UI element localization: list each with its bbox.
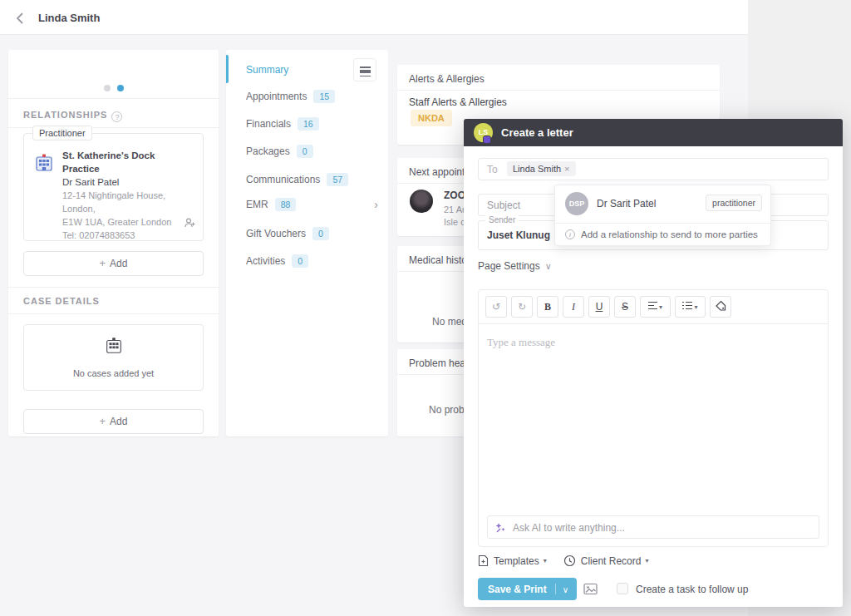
template-document-icon [478, 554, 489, 567]
templates-dropdown[interactable]: Templates ▾ [478, 554, 547, 567]
ai-placeholder: Ask AI to write anything... [513, 522, 625, 534]
count-badge: 57 [327, 173, 348, 186]
count-badge: 0 [292, 254, 308, 268]
nav-item-financials[interactable]: Financials 16 [246, 116, 378, 132]
sender-value: Juset Klunug [487, 229, 550, 241]
practitioner-details: St. Katherine's Dock Practice Dr Sarit P… [62, 149, 194, 242]
button-separator [555, 584, 556, 594]
tag-icon [715, 300, 726, 312]
practitioner-initials-avatar: DSP [565, 192, 588, 215]
insert-image-icon[interactable] [583, 583, 598, 599]
redo-icon: ↻ [518, 301, 526, 313]
ask-ai-input[interactable]: Ask AI to write anything... [487, 515, 819, 539]
subject-placeholder: Subject [487, 200, 520, 211]
dropdown-practitioner-name[interactable]: Dr Sarit Patel [597, 198, 656, 209]
list-icon [682, 302, 692, 310]
clinic-building-icon [33, 152, 55, 177]
practice-name: St. Katherine's Dock Practice [62, 149, 194, 175]
relationships-header: RELATIONSHIPS? [23, 110, 122, 122]
case-details-header: CASE DETAILS [23, 296, 100, 306]
practitioner-card[interactable]: Practitioner St. Katherine's Dock Practi… [23, 133, 204, 241]
card-title: Alerts & Allergies [409, 73, 485, 85]
address-line-1: 12-14 Nightingale House, London, [62, 189, 194, 215]
follow-up-task-checkbox[interactable] [617, 583, 628, 594]
underline-button[interactable]: U [588, 296, 610, 318]
editor-toolbar: ↺ ↻ B I U S ▾ ▾ [479, 290, 828, 324]
modal-header: LS Create a letter [464, 119, 843, 146]
divider [8, 287, 219, 288]
case-building-icon [104, 336, 124, 356]
caret-down-icon: ▾ [544, 557, 547, 564]
nkda-badge: NKDA [411, 110, 452, 126]
redo-button[interactable]: ↻ [511, 296, 533, 318]
add-case-button[interactable]: +Add [23, 409, 204, 434]
underline-icon: U [596, 301, 603, 313]
record-nav-panel: Summary Appointments 15 Financials 16 Pa… [226, 50, 388, 436]
letter-editor[interactable]: ↺ ↻ B I U S ▾ ▾ Type a me [478, 289, 829, 547]
practitioner-photo-avatar [410, 190, 433, 213]
empty-state-text: No prob [429, 404, 465, 416]
caret-down-icon: ▾ [645, 557, 648, 564]
carousel-dot[interactable] [117, 85, 124, 91]
strikethrough-button[interactable]: S [614, 296, 636, 318]
undo-button[interactable]: ↺ [485, 296, 507, 318]
bold-icon: B [544, 301, 551, 313]
list-dropdown-button[interactable]: ▾ [675, 296, 706, 318]
follow-up-task-label: Create a task to follow up [636, 584, 748, 595]
avatar-status-badge [483, 136, 491, 144]
tag-button[interactable] [710, 296, 731, 318]
nav-item-packages[interactable]: Packages 0 [246, 143, 378, 160]
carousel-dot[interactable] [104, 85, 111, 91]
plus-icon: + [100, 415, 106, 427]
caret-down-icon: ▾ [694, 303, 697, 311]
to-field[interactable]: To Linda Smith× [478, 158, 829, 180]
back-button[interactable] [12, 9, 30, 27]
chevron-down-icon: ∨ [563, 585, 568, 594]
client-record-dropdown[interactable]: Client Record ▾ [563, 554, 649, 567]
nav-item-emr[interactable]: EMR 88 › [246, 196, 378, 213]
relationship-hint: Add a relationship to send to more parti… [581, 229, 758, 239]
nav-item-gift-vouchers[interactable]: Gift Vouchers 0 [246, 225, 378, 242]
align-dropdown-button[interactable]: ▾ [640, 296, 671, 318]
case-details-card: No cases added yet [23, 324, 204, 391]
count-badge: 16 [298, 117, 319, 131]
person-add-icon[interactable] [184, 217, 195, 232]
ai-sparkle-icon [494, 522, 506, 537]
page-settings-toggle[interactable]: Page Settings∨ [478, 260, 552, 272]
italic-icon: I [572, 301, 575, 313]
nav-item-communications[interactable]: Communications 57 [246, 171, 378, 188]
divider [555, 223, 770, 224]
staff-alerts-subtitle: Staff Alerts & Allergies [409, 96, 507, 108]
address-line-2: E1W 1UA, Greater London [62, 215, 194, 229]
nav-item-activities[interactable]: Activities 0 [246, 253, 378, 269]
practitioner-role-tag: practitioner [706, 195, 762, 211]
no-cases-text: No cases added yet [24, 368, 203, 378]
recipient-chip[interactable]: Linda Smith× [507, 161, 576, 176]
undo-icon: ↺ [492, 301, 500, 313]
telephone: Tel: 02074883653 [62, 229, 194, 242]
count-badge: 15 [313, 90, 335, 103]
divider [397, 90, 720, 91]
caret-down-icon: ▾ [659, 303, 662, 311]
modal-action-row: Save & Print∨ Create a task to follow up [478, 578, 829, 601]
count-badge: 0 [312, 227, 329, 240]
empty-state-text: No med [432, 316, 467, 328]
practitioner-name: Dr Sarit Patel [62, 175, 194, 189]
chevron-down-icon: ∨ [545, 261, 552, 271]
help-icon[interactable]: ? [111, 111, 122, 122]
client-record-clock-icon [563, 554, 576, 567]
chevron-right-icon: › [374, 198, 378, 211]
count-badge: 88 [275, 198, 297, 211]
save-and-print-button[interactable]: Save & Print∨ [478, 578, 577, 600]
top-bar: Linda Smith [0, 0, 748, 35]
page-title: Linda Smith [38, 12, 100, 24]
nav-item-appointments[interactable]: Appointments 15 [246, 88, 378, 105]
divider [8, 98, 219, 99]
add-relationship-button[interactable]: +Add [23, 251, 204, 276]
italic-button[interactable]: I [563, 296, 584, 318]
strikethrough-icon: S [622, 301, 628, 313]
remove-recipient-icon[interactable]: × [564, 164, 569, 174]
screen: Linda Smith RELATIONSHIPS? Practitioner [0, 0, 851, 616]
bold-button[interactable]: B [537, 296, 558, 318]
nav-item-summary[interactable]: Summary [246, 62, 378, 78]
